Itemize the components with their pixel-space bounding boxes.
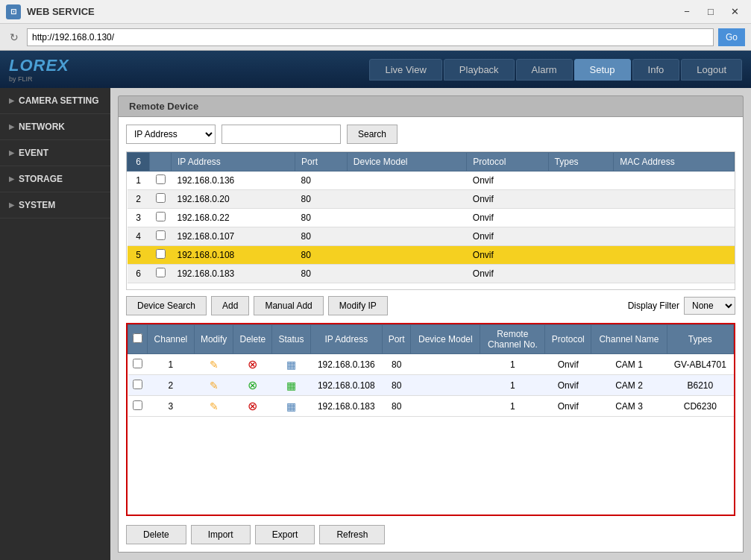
table-row[interactable]: 1 192.168.0.136 80 Onvif (128, 172, 735, 190)
channel-row[interactable]: 1 ✎ ⊗ ▦ 192.168.0.136 80 1 Onvif CAM 1 G… (128, 354, 734, 375)
ch-col-status: Status (272, 325, 310, 354)
ch-modify-cell[interactable]: ✎ (194, 396, 233, 417)
export-button[interactable]: Export (255, 525, 315, 544)
col-port: Port (295, 153, 347, 172)
tab-logout[interactable]: Logout (681, 59, 742, 81)
tab-alarm[interactable]: Alarm (516, 59, 573, 81)
row-ip: 192.168.0.183 (172, 265, 295, 283)
delete-button[interactable]: Delete (126, 525, 186, 544)
sidebar-label-network: NETWORK (19, 122, 65, 132)
ch-delete-cell[interactable]: ⊗ (233, 375, 272, 396)
search-type-select[interactable]: IP Address MAC Address Model (126, 125, 216, 144)
device-search-button[interactable]: Device Search (126, 296, 207, 315)
close-button[interactable]: ✕ (724, 4, 745, 20)
sidebar-item-system[interactable]: ▶ SYSTEM (0, 192, 110, 218)
row-model (347, 246, 467, 265)
row-ip: 192.168.0.136 (172, 172, 295, 190)
ch-delete-cell[interactable]: ⊗ (233, 396, 272, 417)
channel-select-all[interactable] (133, 333, 142, 343)
title-bar-left: ⊡ WEB SERVICE (6, 4, 95, 19)
row-mac (614, 209, 735, 227)
go-button[interactable]: Go (718, 28, 745, 46)
manual-add-button[interactable]: Manual Add (254, 296, 323, 315)
title-bar: ⊡ WEB SERVICE − □ ✕ (0, 0, 751, 24)
row-checkbox[interactable] (150, 265, 172, 283)
ch-protocol: Onvif (545, 375, 591, 396)
tab-info[interactable]: Info (632, 59, 680, 81)
maximize-button[interactable]: □ (700, 4, 721, 20)
table-row[interactable]: 2 192.168.0.20 80 Onvif (128, 190, 735, 209)
channel-row[interactable]: 3 ✎ ⊗ ▦ 192.168.0.183 80 1 Onvif CAM 3 C… (128, 396, 734, 417)
ch-port: 80 (383, 354, 411, 375)
ch-modify-cell[interactable]: ✎ (194, 354, 233, 375)
sidebar-label-event: EVENT (19, 148, 48, 158)
window-controls: − □ ✕ (676, 4, 745, 20)
grid-icon[interactable]: ▦ (286, 359, 296, 371)
ch-delete-cell[interactable]: ⊗ (233, 354, 272, 375)
row-checkbox[interactable] (150, 172, 172, 190)
tab-setup[interactable]: Setup (574, 59, 631, 81)
search-button[interactable]: Search (347, 125, 398, 144)
sidebar-item-network[interactable]: ▶ NETWORK (0, 114, 110, 140)
ch-col-port: Port (383, 325, 411, 354)
modify-ip-button[interactable]: Modify IP (328, 296, 388, 315)
ch-types: CD6230 (667, 396, 733, 417)
browser-refresh-button[interactable]: ↻ (6, 29, 22, 45)
ch-types: B6210 (667, 375, 733, 396)
channel-row[interactable]: 2 ✎ ⊗ ▦ 192.168.0.108 80 1 Onvif CAM 2 B… (128, 375, 734, 396)
edit-icon[interactable]: ✎ (210, 380, 219, 391)
row-mac (614, 190, 735, 209)
delete-icon[interactable]: ⊗ (248, 358, 257, 371)
filter-label: Display Filter (628, 301, 679, 311)
row-num: 2 (128, 190, 150, 209)
grid-icon[interactable]: ▦ (286, 400, 296, 412)
tab-playback[interactable]: Playback (444, 59, 515, 81)
ch-checkbox[interactable] (128, 396, 148, 417)
edit-icon[interactable]: ✎ (210, 359, 219, 371)
sidebar-item-event[interactable]: ▶ EVENT (0, 140, 110, 166)
sidebar-item-storage[interactable]: ▶ STORAGE (0, 166, 110, 192)
ch-ip: 192.168.0.183 (310, 396, 383, 417)
delete-icon[interactable]: ⊗ (248, 400, 257, 412)
ch-ip: 192.168.0.108 (310, 375, 383, 396)
device-table-scroll[interactable]: 6 IP Address Port Device Model Protocol … (126, 151, 735, 290)
add-button[interactable]: Add (211, 296, 249, 315)
ch-modify-cell[interactable]: ✎ (194, 375, 233, 396)
row-checkbox[interactable] (150, 227, 172, 246)
search-input[interactable] (221, 125, 341, 144)
table-row[interactable]: 6 192.168.0.183 80 Onvif (128, 265, 735, 283)
row-types (548, 265, 614, 283)
refresh-button[interactable]: Refresh (319, 525, 385, 544)
sidebar-label-storage: STORAGE (19, 174, 63, 184)
row-model (347, 265, 467, 283)
ch-remote-ch: 1 (480, 396, 545, 417)
tab-liveview[interactable]: Live View (369, 59, 442, 81)
display-filter-select[interactable]: None All Online Offline (684, 297, 735, 315)
table-row[interactable]: 5 192.168.0.108 80 Onvif (128, 246, 735, 265)
row-ip: 192.168.0.20 (172, 190, 295, 209)
minimize-button[interactable]: − (676, 4, 697, 20)
table-row[interactable]: 4 192.168.0.107 80 Onvif (128, 227, 735, 246)
row-mac (614, 246, 735, 265)
edit-icon[interactable]: ✎ (210, 400, 219, 412)
row-checkbox[interactable] (150, 246, 172, 265)
row-model (347, 190, 467, 209)
row-checkbox[interactable] (150, 190, 172, 209)
ch-types: GV-ABL4701 (667, 354, 733, 375)
ch-col-name: Channel Name (591, 325, 667, 354)
col-check (150, 153, 172, 172)
table-row[interactable]: 3 192.168.0.22 80 Onvif (128, 209, 735, 227)
import-button[interactable]: Import (191, 525, 251, 544)
ch-col-remote: RemoteChannel No. (480, 325, 545, 354)
app-title: WEB SERVICE (27, 6, 95, 17)
arrow-icon: ▶ (9, 97, 14, 104)
sidebar-item-camera[interactable]: ▶ CAMERA SETTING (0, 88, 110, 114)
row-num: 3 (128, 209, 150, 227)
ch-checkbox[interactable] (128, 354, 148, 375)
row-ip: 192.168.0.22 (172, 209, 295, 227)
delete-icon[interactable]: ⊗ (248, 379, 257, 391)
ch-checkbox[interactable] (128, 375, 148, 396)
ch-ip: 192.168.0.136 (310, 354, 383, 375)
row-checkbox[interactable] (150, 209, 172, 227)
url-input[interactable] (27, 28, 714, 46)
